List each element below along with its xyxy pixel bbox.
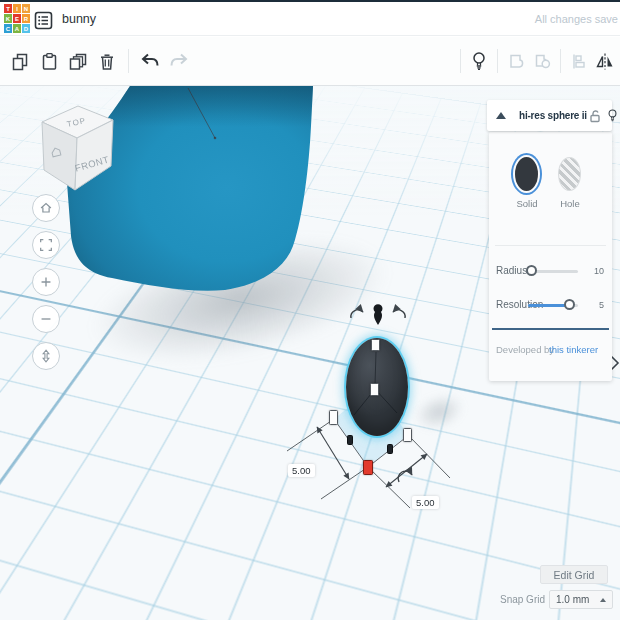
plus-icon (38, 274, 54, 290)
snap-grid-label: Snap Grid (483, 594, 545, 605)
shape-name[interactable]: hi-res sphere ii (519, 110, 587, 121)
hole-swatch[interactable] (558, 157, 581, 191)
tinkercad-app: TIN KER CAD bunny All changes save (0, 0, 620, 620)
trash-icon (98, 52, 116, 71)
footer-divider (492, 328, 609, 330)
solid-label: Solid (505, 198, 549, 209)
toolbar-left-group (0, 43, 190, 79)
toolbar-divider (497, 49, 498, 73)
rotate-handle-bottom-icon[interactable] (398, 471, 412, 482)
resolution-slider-knob[interactable] (564, 299, 575, 310)
logo-tile: N (22, 4, 30, 13)
logo-tile: E (13, 14, 21, 23)
toolbar-divider (560, 49, 561, 73)
lightbulb-icon (607, 108, 618, 123)
scale-height-handle[interactable] (371, 339, 380, 351)
scale-corner-handle-right[interactable] (403, 428, 412, 442)
ungroup-icon (533, 52, 552, 71)
list-menu-icon (34, 11, 53, 30)
logo-tile: C (4, 24, 12, 33)
mirror-flip-icon (595, 52, 615, 71)
copy-button[interactable] (9, 43, 31, 79)
minus-icon (38, 311, 54, 327)
zoom-out-button[interactable] (32, 305, 60, 333)
save-status: All changes save (535, 13, 618, 25)
logo-tile: T (4, 4, 12, 13)
logo-tile: A (13, 24, 21, 33)
perspective-toggle-button[interactable] (32, 342, 60, 370)
duplicate-button[interactable] (67, 43, 89, 79)
width-dimension-label[interactable]: 5.00 (288, 464, 315, 477)
redo-icon (169, 53, 189, 69)
copy-icon (11, 52, 30, 71)
navigation-buttons (32, 194, 60, 370)
show-hidden-button[interactable] (468, 43, 490, 79)
undo-button[interactable] (139, 43, 161, 79)
scale-edge-handle-left[interactable] (347, 435, 353, 445)
rotate-handle-right-icon[interactable] (393, 310, 405, 318)
perspective-toggle-icon (38, 348, 54, 364)
lock-button[interactable] (587, 109, 603, 123)
redo-button[interactable] (168, 43, 190, 79)
edit-grid-button[interactable]: Edit Grid (540, 565, 608, 584)
depth-dimension-label[interactable]: 5.00 (412, 496, 439, 509)
developed-by-text: Developed by (496, 344, 554, 355)
design-title[interactable]: bunny (62, 12, 96, 26)
inspector-body: Solid Hole Radius 10 Resolution 5 Develo… (489, 132, 612, 381)
top-accent-strip (0, 0, 620, 2)
radius-slider-label: Radius (496, 265, 527, 276)
collapse-panel-button[interactable] (496, 112, 506, 119)
ungroup-button[interactable] (531, 43, 553, 79)
inspector-header: hi-res sphere ii (487, 100, 612, 131)
undo-icon (140, 53, 160, 69)
toolbar-right-group (457, 43, 620, 79)
main-toolbar (0, 37, 620, 86)
zoom-in-button[interactable] (32, 268, 60, 296)
duplicate-icon (68, 52, 88, 71)
logo-tile: D (22, 24, 30, 33)
logo-tile: R (22, 14, 30, 23)
radius-value: 10 (584, 266, 604, 276)
group-icon (507, 52, 526, 71)
visibility-button[interactable] (605, 108, 620, 123)
snap-grid-dropdown[interactable]: 1.0 mm (549, 590, 613, 609)
scale-corner-handle-left[interactable] (329, 410, 338, 425)
dropdown-up-arrow-icon (600, 598, 606, 602)
home-view-button[interactable] (32, 194, 60, 222)
fit-view-button[interactable] (32, 231, 60, 259)
scale-edge-handle-right[interactable] (387, 444, 393, 454)
3d-viewport[interactable]: 5.00 5.00 TOP FRONT (0, 86, 620, 620)
paste-icon (40, 52, 59, 71)
solid-swatch[interactable] (515, 157, 538, 191)
group-button[interactable] (505, 43, 527, 79)
rotate-handle-left-icon[interactable] (351, 310, 363, 318)
home-icon (38, 200, 54, 216)
scale-corner-handle-front[interactable] (363, 460, 373, 475)
align-icon (570, 52, 588, 71)
center-handle[interactable] (370, 383, 379, 396)
move-up-handle-icon[interactable] (374, 304, 383, 325)
body-divider (495, 245, 606, 246)
lightbulb-icon (471, 51, 487, 71)
view-cube[interactable]: TOP FRONT (26, 94, 121, 194)
toolbar-divider (128, 49, 129, 73)
toolbar-divider (460, 49, 461, 73)
title-bar: TIN KER CAD bunny All changes save (0, 2, 620, 36)
logo-tile: K (4, 14, 12, 23)
logo-tile: I (13, 4, 21, 13)
delete-button[interactable] (96, 43, 118, 79)
mirror-button[interactable] (594, 43, 616, 79)
hole-label: Hole (548, 198, 592, 209)
developer-link[interactable]: this tinkerer (549, 344, 598, 355)
unlock-icon (589, 109, 601, 123)
resolution-value: 5 (584, 300, 604, 310)
tinkercad-logo[interactable]: TIN KER CAD (4, 4, 31, 34)
paste-button[interactable] (38, 43, 60, 79)
dimension-line-width[interactable] (317, 427, 349, 479)
fit-view-icon (38, 237, 54, 253)
properties-menu-button[interactable] (33, 10, 53, 30)
radius-slider-knob[interactable] (526, 265, 537, 276)
align-button[interactable] (568, 43, 590, 79)
snap-grid-value: 1.0 mm (556, 594, 589, 605)
